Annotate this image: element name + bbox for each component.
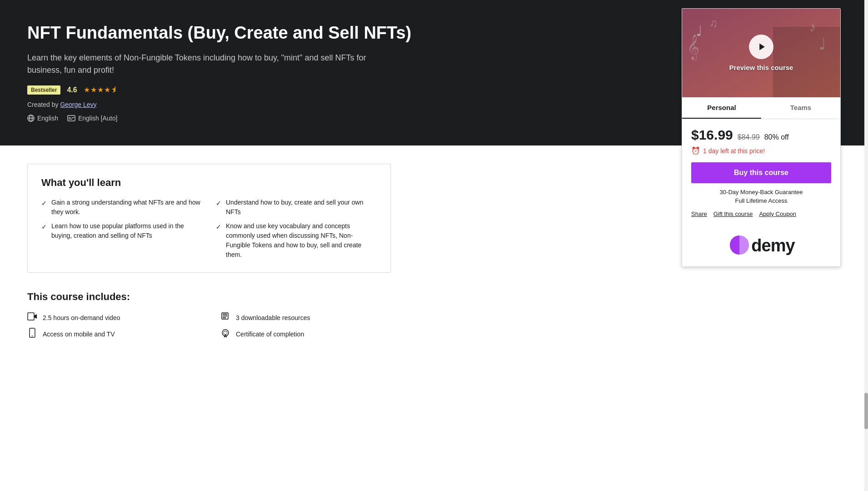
card-body: $16.99 $84.99 80% off ⏰ 1 day left at th… bbox=[682, 119, 840, 225]
svg-rect-15 bbox=[28, 313, 34, 320]
sidebar-card: ♩ ♪ ♫ 𝄞 ♩ Preview this course bbox=[682, 8, 841, 267]
star-1-icon: ★ bbox=[84, 85, 90, 94]
video-icon bbox=[27, 312, 37, 323]
check-icon-3: ✓ bbox=[216, 199, 221, 208]
learn-text-3: Understand how to buy, create and sell y… bbox=[226, 198, 377, 217]
sidebar-logo-area: demy bbox=[682, 225, 840, 266]
svg-rect-20 bbox=[223, 317, 226, 318]
star-rating: ★ ★ ★ ★ ⯨ bbox=[84, 85, 118, 94]
learn-item-4: ✓ Know and use key vocabulary and concep… bbox=[216, 221, 377, 260]
tab-teams[interactable]: Teams bbox=[761, 97, 840, 119]
udemy-wordmark: demy bbox=[751, 236, 794, 256]
check-icon-2: ✓ bbox=[41, 222, 47, 232]
include-item-certificate: Certificate of completion bbox=[220, 328, 391, 340]
meta-row: English English [Auto] bbox=[27, 115, 411, 122]
includes-heading: This course includes: bbox=[27, 291, 391, 303]
urgency-row: ⏰ 1 day left at this price! bbox=[691, 146, 831, 155]
author-line: Created by George Levy bbox=[27, 101, 411, 108]
learn-box: What you'll learn ✓ Gain a strong unders… bbox=[27, 164, 391, 273]
urgency-text: 1 day left at this price! bbox=[703, 147, 765, 155]
price-original: $84.99 bbox=[738, 133, 760, 141]
svg-rect-6 bbox=[69, 119, 72, 120]
svg-rect-3 bbox=[68, 115, 75, 121]
preview-overlay[interactable]: Preview this course bbox=[682, 9, 840, 97]
caption-label: English [Auto] bbox=[78, 115, 117, 122]
svg-marker-16 bbox=[34, 314, 37, 319]
language-item: English bbox=[27, 115, 58, 122]
buy-button[interactable]: Buy this course bbox=[691, 162, 831, 183]
language-label: English bbox=[37, 115, 58, 122]
tab-personal[interactable]: Personal bbox=[682, 97, 761, 119]
play-button[interactable] bbox=[749, 35, 773, 59]
download-icon bbox=[220, 312, 230, 323]
svg-marker-14 bbox=[759, 44, 765, 50]
svg-rect-19 bbox=[223, 316, 227, 316]
learn-grid: ✓ Gain a strong understanding what NFTs … bbox=[41, 198, 377, 260]
price-current: $16.99 bbox=[691, 127, 733, 143]
includes-grid: 2.5 hours on-demand video 3 downloadable… bbox=[27, 312, 391, 340]
rating-value: 4.6 bbox=[67, 86, 77, 94]
certificate-icon bbox=[220, 328, 230, 340]
star-3-icon: ★ bbox=[97, 85, 104, 94]
alarm-icon: ⏰ bbox=[691, 146, 700, 155]
hero-content: NFT Fundamentals (Buy, Create and Sell N… bbox=[27, 18, 411, 122]
learn-item-3: ✓ Understand how to buy, create and sell… bbox=[216, 198, 377, 217]
star-5-half-icon: ⯨ bbox=[111, 86, 118, 94]
play-icon bbox=[758, 42, 767, 51]
gift-course-link[interactable]: Gift this course bbox=[713, 210, 753, 217]
udemy-logo-sidebar: demy bbox=[691, 234, 831, 257]
preview-label: Preview this course bbox=[729, 64, 793, 71]
main-content: What you'll learn ✓ Gain a strong unders… bbox=[0, 145, 418, 358]
star-4-icon: ★ bbox=[104, 85, 110, 94]
share-link[interactable]: Share bbox=[691, 210, 707, 217]
learn-item-1: ✓ Gain a strong understanding what NFTs … bbox=[41, 198, 202, 217]
guarantee-text: 30-Day Money-Back Guarantee bbox=[691, 189, 831, 195]
access-text: Full Lifetime Access bbox=[691, 197, 831, 204]
scrollbar[interactable] bbox=[864, 0, 868, 491]
include-text-mobile: Access on mobile and TV bbox=[43, 331, 115, 338]
include-item-download: 3 downloadable resources bbox=[220, 312, 391, 323]
price-row: $16.99 $84.99 80% off bbox=[691, 127, 831, 143]
globe-icon bbox=[27, 115, 35, 122]
include-text-download: 3 downloadable resources bbox=[236, 314, 310, 321]
price-discount: 80% off bbox=[764, 133, 789, 141]
bestseller-badge: Bestseller bbox=[27, 85, 60, 95]
learn-item-2: ✓ Learn how to use popular platforms use… bbox=[41, 221, 202, 260]
author-link[interactable]: George Levy bbox=[60, 101, 96, 108]
svg-rect-5 bbox=[72, 117, 74, 118]
course-subtitle: Learn the key elements of Non-Fungible T… bbox=[27, 52, 391, 76]
include-text-certificate: Certificate of completion bbox=[236, 331, 304, 338]
udemy-u-icon bbox=[728, 234, 751, 257]
card-tabs: Personal Teams bbox=[682, 97, 840, 119]
star-2-icon: ★ bbox=[90, 85, 97, 94]
learn-text-2: Learn how to use popular platforms used … bbox=[51, 221, 202, 240]
course-title: NFT Fundamentals (Buy, Create and Sell N… bbox=[27, 23, 411, 44]
learn-heading: What you'll learn bbox=[41, 177, 377, 189]
check-icon-1: ✓ bbox=[41, 199, 47, 208]
include-text-video: 2.5 hours on-demand video bbox=[43, 314, 120, 321]
learn-text-1: Gain a strong understanding what NFTs ar… bbox=[51, 198, 202, 217]
hero-section: NFT Fundamentals (Buy, Create and Sell N… bbox=[0, 0, 868, 145]
svg-point-22 bbox=[32, 336, 33, 336]
include-item-mobile: Access on mobile and TV bbox=[27, 328, 198, 340]
learn-text-4: Know and use key vocabulary and concepts… bbox=[226, 221, 377, 260]
course-preview[interactable]: ♩ ♪ ♫ 𝄞 ♩ Preview this course bbox=[682, 9, 840, 97]
check-icon-4: ✓ bbox=[216, 222, 221, 232]
apply-coupon-link[interactable]: Apply Coupon bbox=[759, 210, 796, 217]
card-links: Share Gift this course Apply Coupon bbox=[691, 210, 831, 217]
svg-rect-4 bbox=[69, 117, 71, 118]
includes-section: This course includes: 2.5 hours on-deman… bbox=[27, 291, 391, 340]
scrollbar-thumb[interactable] bbox=[864, 393, 868, 429]
include-item-video: 2.5 hours on-demand video bbox=[27, 312, 198, 323]
mobile-icon bbox=[27, 328, 37, 340]
badge-row: Bestseller 4.6 ★ ★ ★ ★ ⯨ bbox=[27, 85, 411, 95]
svg-rect-18 bbox=[223, 314, 227, 315]
captions-icon bbox=[67, 115, 75, 121]
caption-item: English [Auto] bbox=[67, 115, 117, 122]
